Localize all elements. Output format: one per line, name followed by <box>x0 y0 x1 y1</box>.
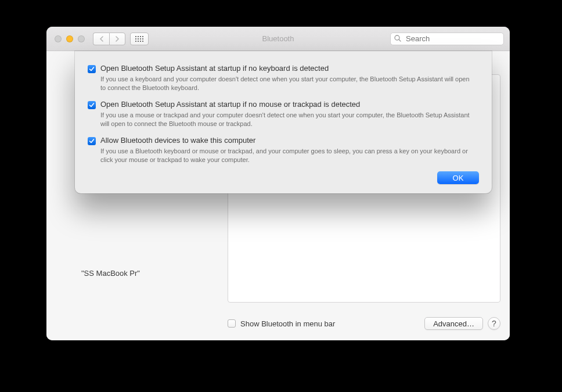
forward-button[interactable] <box>109 33 125 45</box>
option-wake-desc: If you use a Bluetooth keyboard or mouse… <box>100 147 479 165</box>
nav-group <box>93 33 125 45</box>
check-icon <box>89 138 95 144</box>
search-wrap <box>390 33 504 45</box>
option-wake-checkbox[interactable] <box>88 137 96 145</box>
ok-button[interactable]: OK <box>437 171 479 184</box>
search-input[interactable] <box>390 33 504 45</box>
option-wake-computer: Allow Bluetooth devices to wake this com… <box>88 136 479 165</box>
show-menu-bar-label: Show Bluetooth in menu bar <box>240 319 335 328</box>
close-window-button[interactable] <box>55 35 62 42</box>
minimize-window-button[interactable] <box>66 35 73 42</box>
option-keyboard-assistant: Open Bluetooth Setup Assistant at startu… <box>88 64 479 93</box>
show-menu-bar-checkbox[interactable] <box>228 319 236 328</box>
advanced-sheet: Open Bluetooth Setup Assistant at startu… <box>75 51 492 193</box>
check-icon <box>89 66 95 72</box>
back-button[interactable] <box>93 33 109 45</box>
advanced-button[interactable]: Advanced… <box>424 317 483 330</box>
titlebar: Bluetooth <box>46 27 510 51</box>
option-mouse-assistant: Open Bluetooth Setup Assistant at startu… <box>88 100 479 129</box>
option-mouse-checkbox[interactable] <box>88 101 96 109</box>
discoverable-device-name: "SS MacBook Pr" <box>81 269 140 278</box>
check-icon <box>89 102 95 108</box>
option-keyboard-checkbox[interactable] <box>88 65 96 73</box>
svg-line-1 <box>399 39 401 41</box>
grid-icon <box>135 36 143 42</box>
zoom-window-button[interactable] <box>78 35 85 42</box>
chevron-right-icon <box>115 36 120 42</box>
search-icon <box>394 34 402 42</box>
window-controls <box>55 35 85 42</box>
footer-row: Show Bluetooth in menu bar Advanced… ? <box>228 317 500 330</box>
show-all-button[interactable] <box>130 33 149 45</box>
option-mouse-title: Open Bluetooth Setup Assistant at startu… <box>100 100 479 109</box>
option-keyboard-title: Open Bluetooth Setup Assistant at startu… <box>100 64 479 73</box>
option-mouse-desc: If you use a mouse or trackpad and your … <box>100 111 479 129</box>
option-wake-title: Allow Bluetooth devices to wake this com… <box>100 136 479 145</box>
help-button[interactable]: ? <box>488 317 500 330</box>
chevron-left-icon <box>99 36 104 42</box>
option-keyboard-desc: If you use a keyboard and your computer … <box>100 75 479 93</box>
sheet-footer: OK <box>88 171 479 184</box>
